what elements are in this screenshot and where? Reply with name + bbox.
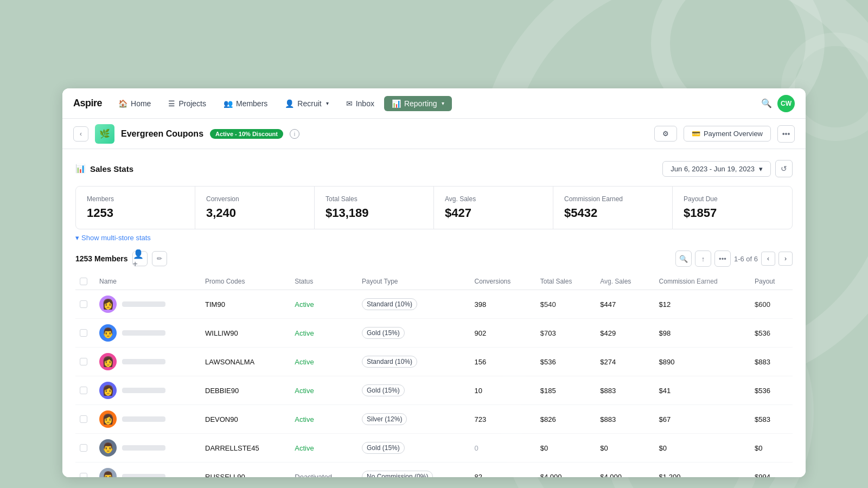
more-options-button[interactable]: ••• <box>777 125 795 143</box>
commission-earned: $41 <box>653 376 748 405</box>
nav-item-reporting[interactable]: 📊 Reporting ▾ <box>384 96 452 111</box>
back-button[interactable]: ‹ <box>73 126 88 142</box>
member-avatar: 👩 <box>99 353 117 370</box>
stat-members: Members 1253 <box>76 187 195 229</box>
payout-type: No Commission (0%) <box>355 463 468 478</box>
row-checkbox[interactable] <box>80 358 87 365</box>
member-cell: 👩 <box>99 296 192 313</box>
payout: $994 <box>748 463 793 478</box>
status: Active <box>288 434 355 463</box>
member-avatar: 👩 <box>99 410 117 428</box>
col-total-sales: Total Sales <box>534 273 593 290</box>
status: Active <box>288 405 355 434</box>
total-sales: $536 <box>534 348 593 376</box>
payout-type: Gold (15%) <box>355 376 468 405</box>
chevron-down-icon: ▾ <box>759 165 763 173</box>
total-sales: $703 <box>534 319 593 348</box>
payout-type: Standard (10%) <box>355 348 468 376</box>
stat-total-sales: Total Sales $13,189 <box>315 187 434 229</box>
user-avatar[interactable]: CW <box>777 95 795 112</box>
member-name <box>122 330 165 336</box>
conversions: 10 <box>468 376 534 405</box>
reporting-icon: 📊 <box>392 99 401 108</box>
payout-type: Standard (10%) <box>355 290 468 319</box>
inbox-icon: ✉ <box>346 99 353 108</box>
table-row: 👩 DEVON90ActiveSilver (12%)723$826$883$6… <box>75 405 793 434</box>
date-range-button[interactable]: Jun 6, 2023 - Jun 19, 2023 ▾ <box>662 161 771 177</box>
recruit-icon: 👤 <box>285 99 294 108</box>
total-sales: $185 <box>534 376 593 405</box>
commission-earned: $1,200 <box>653 463 748 478</box>
show-multi-store-link[interactable]: ▾ Show multi-store stats <box>75 234 793 242</box>
member-cell: 👩 <box>99 382 192 399</box>
member-cell: 👩 <box>99 410 192 428</box>
member-cell: 👨 <box>99 468 192 477</box>
reporting-chevron-icon: ▾ <box>442 100 444 106</box>
next-page-button[interactable]: › <box>778 252 793 266</box>
member-cell: 👨 <box>99 439 192 457</box>
avg-sales: $4,000 <box>593 463 652 478</box>
payout-type-badge: Gold (15%) <box>362 327 405 339</box>
select-all-checkbox[interactable] <box>80 278 87 285</box>
payout: $536 <box>748 376 793 405</box>
gear-settings-button[interactable]: ⚙ <box>654 126 677 142</box>
payout: $583 <box>748 405 793 434</box>
total-sales: $540 <box>534 290 593 319</box>
row-checkbox[interactable] <box>80 329 87 337</box>
member-name <box>122 301 165 307</box>
payout: $536 <box>748 319 793 348</box>
status: Active <box>288 348 355 376</box>
payout: $600 <box>748 290 793 319</box>
nav-item-home[interactable]: 🏠 Home <box>111 96 158 111</box>
avg-sales: $447 <box>593 290 652 319</box>
table-more-button[interactable]: ••• <box>714 251 731 267</box>
status: Active <box>288 376 355 405</box>
col-commission: Commission Earned <box>653 273 748 290</box>
projects-icon: ☰ <box>168 99 175 108</box>
avg-sales: $883 <box>593 376 652 405</box>
row-checkbox[interactable] <box>80 387 87 394</box>
col-payout-type: Payout Type <box>355 273 468 290</box>
avg-sales: $429 <box>593 319 652 348</box>
campaign-status-badge: Active - 10% Discount <box>210 129 283 139</box>
search-button[interactable]: 🔍 <box>758 95 775 112</box>
col-name: Name <box>93 273 199 290</box>
row-checkbox[interactable] <box>80 444 87 452</box>
share-button[interactable]: ↑ <box>695 251 711 267</box>
edit-columns-button[interactable]: ✏ <box>152 251 167 266</box>
member-name <box>122 416 165 422</box>
conversions: 156 <box>468 348 534 376</box>
info-icon[interactable]: i <box>290 129 299 139</box>
status-badge: Deactivated <box>295 473 332 478</box>
status: Active <box>288 319 355 348</box>
refresh-button[interactable]: ↺ <box>775 160 793 177</box>
promo-code: DEVON90 <box>199 405 288 434</box>
member-avatar: 👩 <box>99 296 117 313</box>
nav-item-members[interactable]: 👥 Members <box>216 96 275 111</box>
table-search-icon: 🔍 <box>679 255 688 263</box>
nav-item-inbox[interactable]: ✉ Inbox <box>339 96 382 111</box>
stats-header: 📊 Sales Stats Jun 6, 2023 - Jun 19, 2023… <box>75 160 793 177</box>
promo-code: DARRELLSTE45 <box>199 434 288 463</box>
row-checkbox[interactable] <box>80 300 87 308</box>
member-name <box>122 445 165 451</box>
promo-code: RUSSELL90 <box>199 463 288 478</box>
status-badge: Active <box>295 415 314 423</box>
prev-page-button[interactable]: ‹ <box>761 252 775 266</box>
nav-item-recruit[interactable]: 👤 Recruit ▾ <box>277 96 336 111</box>
commission-earned: $98 <box>653 319 748 348</box>
stats-title: 📊 Sales Stats <box>75 164 133 174</box>
total-sales: $4,000 <box>534 463 593 478</box>
add-member-button[interactable]: 👤+ <box>132 251 148 266</box>
nav-item-projects[interactable]: ☰ Projects <box>161 96 214 111</box>
payout-type: Silver (12%) <box>355 405 468 434</box>
row-checkbox[interactable] <box>80 473 87 477</box>
payment-overview-button[interactable]: 💳 Payment Overview <box>684 126 771 142</box>
gear-icon: ⚙ <box>662 130 669 138</box>
date-range-selector: Jun 6, 2023 - Jun 19, 2023 ▾ ↺ <box>662 160 793 177</box>
member-name <box>122 474 165 477</box>
promo-code: WILLIW90 <box>199 319 288 348</box>
table-row: 👨 WILLIW90ActiveGold (15%)902$703$429$98… <box>75 319 793 348</box>
table-search-button[interactable]: 🔍 <box>675 251 692 267</box>
row-checkbox[interactable] <box>80 415 87 423</box>
